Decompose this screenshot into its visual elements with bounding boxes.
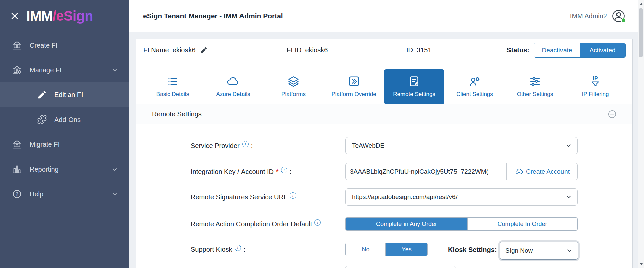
fi-name-text: FI Name: ekiosk6 xyxy=(143,46,196,54)
sidebar-item-label: Help xyxy=(30,190,43,198)
user-gear-icon xyxy=(469,75,481,87)
tab-ip-filtering[interactable]: IP IP Filtering xyxy=(565,69,626,104)
main-content: FI Name: ekiosk6 FI ID: ekiosk6 ID: 3151… xyxy=(129,32,638,268)
close-icon[interactable] xyxy=(10,11,19,21)
section-title: Remote Settings xyxy=(152,110,202,118)
info-icon[interactable]: i xyxy=(290,192,296,199)
field-label-text: Service Provider xyxy=(191,141,240,150)
status-group: Status: Deactivate Activated xyxy=(506,39,626,61)
puzzle-icon xyxy=(37,115,47,125)
scrollbar-thumb[interactable] xyxy=(639,8,643,57)
label-colon: : xyxy=(244,245,246,254)
fi-id-text: FI ID: ekiosk6 xyxy=(287,39,328,61)
select-value: https://api.adobesign.com/api/rest/v6/ xyxy=(352,193,458,201)
tab-azure-details[interactable]: Azure Details xyxy=(203,69,263,104)
app-screen: IMM/eSign Create FI Manage FI xyxy=(0,0,644,268)
bank-icon xyxy=(12,40,22,50)
layers-icon xyxy=(287,75,300,87)
scroll-up-arrow[interactable] xyxy=(638,1,644,7)
vertical-divider xyxy=(442,240,442,261)
tenant-card: FI Name: ekiosk6 FI ID: ekiosk6 ID: 3151… xyxy=(136,39,633,268)
tab-label: Basic Details xyxy=(156,91,189,98)
online-status-dot xyxy=(621,18,626,23)
tab-platforms[interactable]: Platforms xyxy=(263,69,324,104)
field-label-text: Integration Key / Account ID xyxy=(191,167,274,176)
tab-remote-settings[interactable]: Remote Settings xyxy=(384,69,444,104)
sidebar-header: IMM/eSign xyxy=(0,0,129,32)
sidebar-item-label: Reporting xyxy=(30,165,59,173)
sidebar-item-add-ons[interactable]: Add-Ons xyxy=(0,107,129,132)
bank-migrate-icon xyxy=(12,139,22,149)
tab-label: Platforms xyxy=(281,91,306,98)
sidebar-item-label: Manage FI xyxy=(30,66,62,74)
option-complete-any-order[interactable]: Complete in Any Order xyxy=(346,218,467,230)
user-avatar-icon[interactable] xyxy=(612,9,625,23)
sidebar-item-migrate-fi[interactable]: Migrate FI xyxy=(0,132,129,157)
user-block: IMM Admin2 xyxy=(570,0,625,32)
info-icon[interactable]: i xyxy=(281,167,287,173)
tab-label: Azure Details xyxy=(216,91,250,98)
scroll-down-arrow[interactable] xyxy=(638,261,644,267)
sidebar-item-help[interactable]: ? Help xyxy=(0,182,129,206)
support-kiosk-label: Support Kiosk i : xyxy=(191,245,245,254)
option-no[interactable]: No xyxy=(346,243,385,256)
tab-basic-details[interactable]: Basic Details xyxy=(143,69,203,104)
service-url-select[interactable]: https://api.adobesign.com/api/rest/v6/ xyxy=(345,188,578,206)
tab-bar: Basic Details Azure Details Platforms xyxy=(143,69,626,104)
sidebar-item-manage-fi[interactable]: Manage FI xyxy=(0,58,129,82)
sidebar-item-reporting[interactable]: Reporting xyxy=(0,157,129,182)
list-icon xyxy=(167,75,179,87)
sidebar-item-edit-an-fi[interactable]: Edit an FI xyxy=(0,82,129,107)
field-label-text: Remote Action Completion Order Default xyxy=(191,220,312,228)
logo-imm-text: IMM xyxy=(26,8,53,24)
create-account-button[interactable]: Create Account xyxy=(507,163,578,180)
completion-order-toggle: Complete in Any Order Complete In Order xyxy=(345,217,578,231)
vertical-scrollbar xyxy=(638,0,644,268)
sidebar-item-label: Create FI xyxy=(30,42,57,49)
integration-key-group: 3AAABLblqZhCPfuU-npiCakOjy5Ut75_7222WM( … xyxy=(345,163,578,180)
sidebar: IMM/eSign Create FI Manage FI xyxy=(0,0,129,268)
activated-button[interactable]: Activated xyxy=(580,43,625,57)
support-kiosk-toggle: No Yes xyxy=(345,243,428,256)
fi-name-group: FI Name: ekiosk6 xyxy=(143,39,208,61)
sidebar-item-create-fi[interactable]: Create FI xyxy=(0,33,129,58)
sidebar-item-label: Edit an FI xyxy=(54,91,83,99)
brand-logo: IMM/eSign xyxy=(26,8,93,24)
field-label-text: Remote Signatures Service URL xyxy=(191,193,287,201)
tab-client-settings[interactable]: Client Settings xyxy=(444,69,505,104)
collapse-section-icon[interactable] xyxy=(608,110,617,119)
info-icon[interactable]: i xyxy=(314,219,321,226)
status-toggle: Deactivate Activated xyxy=(534,43,626,58)
service-provider-select[interactable]: TeAWebDE xyxy=(345,137,578,154)
info-icon[interactable]: i xyxy=(242,141,249,147)
bank-gear-icon xyxy=(12,65,22,75)
select-value: TeAWebDE xyxy=(352,142,384,149)
option-yes[interactable]: Yes xyxy=(385,243,427,256)
option-complete-in-order[interactable]: Complete In Order xyxy=(467,218,577,230)
tab-label: Client Settings xyxy=(456,91,493,98)
chevron-down-icon xyxy=(566,247,573,254)
chevron-down-icon xyxy=(111,67,118,73)
status-label: Status: xyxy=(506,46,529,54)
sidebar-item-label: Add-Ons xyxy=(54,116,81,124)
bar-chart-icon xyxy=(12,164,22,174)
label-colon: : xyxy=(323,220,325,228)
document-edit-icon xyxy=(408,75,420,87)
sidebar-nav: Create FI Manage FI Edit an FI xyxy=(0,33,129,206)
help-circle-icon: ? xyxy=(12,189,22,199)
chevron-down-icon xyxy=(111,166,118,173)
service-provider-label: Service Provider i : xyxy=(191,141,253,150)
integration-key-input[interactable]: 3AAABLblqZhCPfuU-npiCakOjy5Ut75_7222WM( xyxy=(345,163,507,180)
tab-label: Platform Override xyxy=(331,91,376,98)
edit-fi-name-icon[interactable] xyxy=(200,46,208,54)
tab-platform-override[interactable]: Platform Override xyxy=(324,69,384,104)
ip-filter-icon: IP xyxy=(589,75,601,87)
tab-other-settings[interactable]: Other Settings xyxy=(505,69,565,104)
label-colon: : xyxy=(290,167,292,176)
integration-key-label: Integration Key / Account ID * i : xyxy=(191,167,291,176)
info-icon[interactable]: i xyxy=(235,245,241,251)
tab-label: Other Settings xyxy=(517,91,553,98)
deactivate-button[interactable]: Deactivate xyxy=(534,43,580,57)
kiosk-settings-select[interactable]: Sign Now xyxy=(500,242,578,260)
kiosk-settings-label: Kiosk Settings: xyxy=(448,246,497,254)
